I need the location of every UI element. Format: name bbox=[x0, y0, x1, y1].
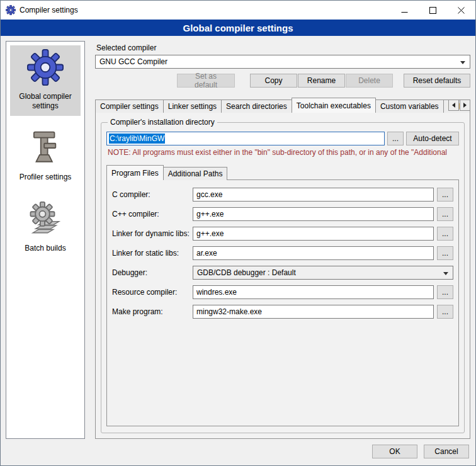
debugger-select-value: GDB/CDB debugger : Default bbox=[197, 268, 296, 277]
field-row-resource-compiler: Resource compiler: ... bbox=[112, 285, 453, 299]
installation-directory-row: C:\raylib\MinGW ... Auto-detect bbox=[106, 132, 459, 145]
resource-compiler-label: Resource compiler: bbox=[112, 288, 193, 297]
toolchain-executables-panel: Compiler's installation directory C:\ray… bbox=[95, 112, 470, 439]
cpp-compiler-input[interactable] bbox=[193, 207, 434, 221]
selected-compiler-label: Selected compiler bbox=[96, 43, 470, 52]
linker-static-label: Linker for static libs: bbox=[112, 249, 193, 258]
field-row-linker-static: Linker for static libs: ... bbox=[112, 246, 453, 260]
field-row-c-compiler: C compiler: ... bbox=[112, 188, 453, 202]
cancel-button[interactable]: Cancel bbox=[424, 445, 469, 458]
cpp-compiler-label: C++ compiler: bbox=[112, 210, 193, 219]
dialog-header: Global compiler settings bbox=[1, 20, 475, 36]
tab-linker-settings[interactable]: Linker settings bbox=[163, 99, 222, 113]
compiler-select[interactable]: GNU GCC Compiler bbox=[95, 55, 470, 69]
field-row-cpp-compiler: C++ compiler: ... bbox=[112, 207, 453, 221]
tab-scroll-buttons bbox=[448, 99, 470, 111]
chevron-down-icon bbox=[443, 272, 448, 275]
make-program-label: Make program: bbox=[112, 307, 193, 316]
titlebar: Compiler settings bbox=[1, 1, 475, 20]
subtab-additional-paths[interactable]: Additional Paths bbox=[163, 167, 228, 180]
settings-tabbar: Compiler settings Linker settings Search… bbox=[95, 98, 470, 113]
maximize-button[interactable] bbox=[419, 1, 447, 20]
app-gear-icon bbox=[6, 5, 16, 15]
installation-directory-browse-button[interactable]: ... bbox=[387, 132, 404, 145]
cpp-compiler-browse-button[interactable]: ... bbox=[437, 207, 453, 221]
make-program-browse-button[interactable]: ... bbox=[437, 305, 453, 319]
linker-static-browse-button[interactable]: ... bbox=[437, 246, 453, 260]
linker-dynamic-browse-button[interactable]: ... bbox=[437, 227, 453, 241]
tab-toolchain-executables[interactable]: Toolchain executables bbox=[292, 98, 376, 113]
linker-dynamic-input[interactable] bbox=[193, 227, 434, 241]
gear-icon bbox=[27, 49, 64, 86]
c-compiler-input[interactable] bbox=[193, 188, 434, 202]
main-content: Selected compiler GNU GCC Compiler Set a… bbox=[93, 41, 470, 439]
sidebar-item-label: Global compiler settings bbox=[11, 92, 79, 111]
copy-button[interactable]: Copy bbox=[250, 74, 297, 88]
rename-button[interactable]: Rename bbox=[298, 74, 345, 88]
compiler-buttons-row: Set as default Copy Rename Delete Reset … bbox=[95, 74, 470, 88]
c-compiler-browse-button[interactable]: ... bbox=[437, 188, 453, 202]
auto-detect-button[interactable]: Auto-detect bbox=[406, 132, 459, 145]
sidebar-item-batch-builds[interactable]: Batch builds bbox=[10, 197, 81, 258]
delete-button[interactable]: Delete bbox=[346, 74, 393, 88]
linker-static-input[interactable] bbox=[193, 246, 434, 260]
set-as-default-button[interactable]: Set as default bbox=[177, 74, 235, 88]
subtab-program-files[interactable]: Program Files bbox=[106, 165, 164, 180]
c-compiler-label: C compiler: bbox=[112, 190, 193, 199]
sidebar-item-global-compiler-settings[interactable]: Global compiler settings bbox=[10, 45, 81, 116]
bin-subdirectory-note: NOTE: All programs must exist either in … bbox=[108, 148, 459, 157]
close-button[interactable] bbox=[447, 1, 475, 20]
resource-compiler-input[interactable] bbox=[193, 285, 434, 299]
field-row-linker-dynamic: Linker for dynamic libs: ... bbox=[112, 227, 453, 241]
arrow-right-icon bbox=[463, 103, 467, 108]
window-title: Compiler settings bbox=[20, 6, 390, 14]
arrow-left-icon bbox=[452, 103, 455, 108]
program-files-tabbar: Program Files Additional Paths bbox=[106, 166, 459, 180]
batch-builds-icon bbox=[27, 201, 64, 237]
ok-button[interactable]: OK bbox=[372, 445, 417, 458]
field-row-make-program: Make program: ... bbox=[112, 305, 453, 319]
reset-defaults-button[interactable]: Reset defaults bbox=[404, 74, 470, 88]
minimize-icon bbox=[401, 7, 408, 14]
installation-directory-legend: Compiler's installation directory bbox=[108, 118, 217, 127]
program-files-panel: C compiler: ... C++ compiler: ... Linker… bbox=[106, 179, 459, 426]
make-program-input[interactable] bbox=[193, 305, 434, 319]
installation-directory-input[interactable]: C:\raylib\MinGW bbox=[106, 132, 385, 145]
debugger-select[interactable]: GDB/CDB debugger : Default bbox=[193, 266, 453, 280]
debugger-label: Debugger: bbox=[112, 268, 193, 277]
tab-custom-variables[interactable]: Custom variables bbox=[375, 99, 444, 113]
close-icon bbox=[458, 7, 465, 14]
installation-directory-group: Compiler's installation directory C:\ray… bbox=[101, 118, 465, 433]
tab-compiler-settings[interactable]: Compiler settings bbox=[95, 99, 164, 113]
resource-compiler-browse-button[interactable]: ... bbox=[437, 285, 453, 299]
maximize-icon bbox=[429, 7, 436, 14]
field-row-debugger: Debugger: GDB/CDB debugger : Default bbox=[112, 266, 453, 280]
minimize-button[interactable] bbox=[390, 1, 419, 20]
sidebar-item-profiler-settings[interactable]: Profiler settings bbox=[10, 126, 81, 187]
sidebar-item-label: Profiler settings bbox=[20, 173, 72, 182]
tab-search-directories[interactable]: Search directories bbox=[221, 99, 292, 113]
compiler-settings-dialog: Compiler settings Global compiler settin… bbox=[0, 0, 476, 466]
chevron-down-icon bbox=[460, 61, 465, 64]
compiler-select-value: GNU GCC Compiler bbox=[99, 57, 167, 66]
dialog-header-title: Global compiler settings bbox=[183, 23, 293, 33]
linker-dynamic-label: Linker for dynamic libs: bbox=[112, 229, 193, 238]
settings-sidebar: Global compiler settings Profiler settin… bbox=[6, 41, 85, 439]
installation-directory-value: C:\raylib\MinGW bbox=[109, 134, 165, 144]
tab-scroll-right-button[interactable] bbox=[460, 99, 470, 111]
tab-scroll-left-button[interactable] bbox=[448, 99, 459, 111]
sidebar-item-label: Batch builds bbox=[25, 244, 65, 253]
dialog-footer: OK Cancel bbox=[1, 441, 475, 465]
profiler-icon bbox=[27, 130, 64, 166]
